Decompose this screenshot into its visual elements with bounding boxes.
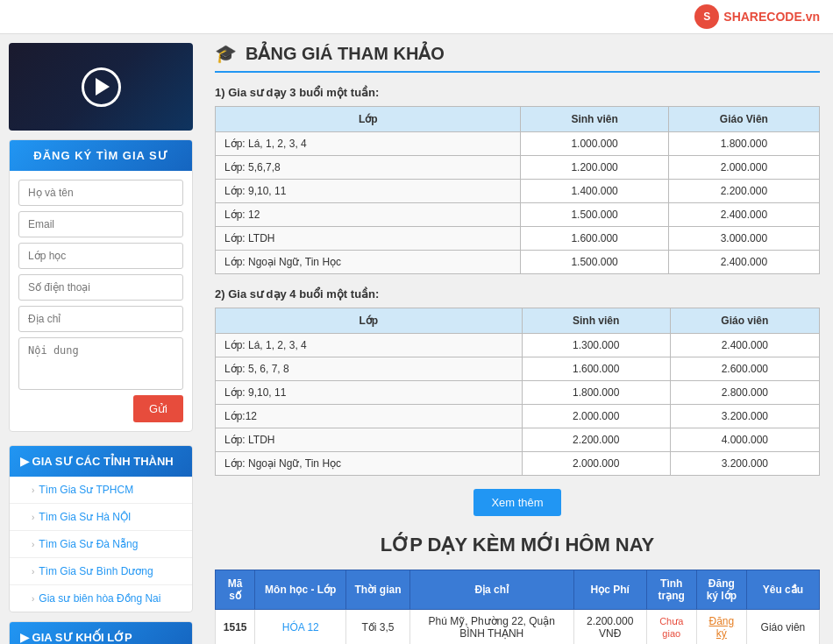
logo-icon: S [694, 4, 719, 29]
th-yeucau: Yêu cầu [746, 570, 819, 610]
table2-label: 2) Gia sư dạy 4 buổi một tuần: [215, 287, 820, 301]
lop-hoc-input[interactable] [18, 243, 183, 269]
hoc-phi-cell: 2.200.000 VNĐ [573, 610, 646, 645]
play-button[interactable] [82, 67, 121, 107]
th-diachi: Địa chỉ [409, 570, 573, 610]
th-tinhtrang: Tình trạng [646, 570, 696, 610]
table-row: Lớp:12 [216, 405, 523, 428]
khoi-lop-nav: ▶ GIA SƯ KHỐI LỚP › Tìm Gia Sư Dạy Lớp L… [9, 621, 193, 644]
sidebar-item-danang[interactable]: › Tìm Gia Sư Đà Nẵng [10, 531, 192, 558]
col-giaovien-1: Giáo Viên [668, 107, 819, 132]
submit-button[interactable]: Gửi [133, 395, 183, 422]
table-row: 1.800.000 [668, 132, 819, 156]
table-row: Lớp: 12 [216, 203, 521, 227]
lop-day-table: Mã số Môn học - Lớp Thời gian Địa chỉ Họ… [215, 570, 820, 644]
th-ma: Mã số [216, 570, 255, 610]
table-row: Lớp: LTDH [216, 227, 521, 251]
list-item: 1515HÓA 12Tối 3,5Phú Mỹ, Phường 22, Quận… [216, 610, 820, 645]
register-section: ĐĂNG KÝ TÌM GIA SƯ Gửi [9, 139, 193, 432]
table-row: 2.400.000 [670, 334, 819, 357]
arrow-icon: › [32, 594, 34, 604]
table-row: 2.200.000 [522, 428, 670, 452]
xem-them-button[interactable]: Xem thêm [473, 489, 560, 516]
table-row: 1.200.000 [521, 156, 668, 180]
sidebar-item-binhduong[interactable]: › Tìm Gia Sư Bình Dương [10, 558, 192, 585]
dia-chi-input[interactable] [18, 306, 183, 332]
tinh-trang-cell: Chưa giao [646, 610, 696, 645]
arrow-icon: › [32, 485, 34, 495]
table-row: 3.200.000 [670, 452, 819, 476]
sidebar-item-hanoi[interactable]: › Tìm Gia Sư Hà NỘI [10, 504, 192, 531]
table-row: Lớp: 5, 6, 7, 8 [216, 357, 523, 381]
play-icon [96, 78, 110, 96]
table-row: 2.400.000 [668, 203, 819, 227]
yeu-cau-cell: Giáo viên [746, 610, 819, 645]
ho-ten-input[interactable] [18, 180, 183, 206]
price-table-1: Lớp Sinh viên Giáo Viên Lớp: Lá, 1, 2, 3… [215, 106, 820, 274]
price-table-2: Lớp Sinh viên Giáo viên Lớp: Lá, 1, 2, 3… [215, 308, 820, 476]
table-row: 1.000.000 [521, 132, 668, 156]
table-row: 3.000.000 [668, 227, 819, 251]
col-giaovien-2: Giáo viên [670, 308, 819, 334]
table-row: Lớp: Lá, 1, 2, 3, 4 [216, 132, 521, 156]
table-row: Lớp: Ngoại Ngữ, Tin Học [216, 251, 521, 274]
thoi-gian-cell: Tối 3,5 [346, 610, 410, 645]
sidebar-item-dongnai[interactable]: › Gia sư biên hòa Đồng Nai [10, 585, 192, 612]
logo: S SHARECODE.vn [694, 4, 820, 29]
arrow-icon: › [32, 567, 34, 577]
arrow-icon: › [32, 540, 34, 549]
noi-dung-input[interactable] [18, 337, 183, 390]
dang-ky-cell[interactable]: Đăng ký [696, 610, 746, 645]
ma-so-cell: 1515 [216, 610, 255, 645]
table-row: Lớp: Lá, 1, 2, 3, 4 [216, 334, 523, 357]
tinh-thanh-nav: ▶ GIA SƯ CÁC TỈNH THÀNH › Tìm Gia Sư TPH… [9, 445, 193, 612]
table-row: Lớp: 9,10, 11 [216, 381, 523, 405]
arrow-icon: › [32, 513, 34, 522]
register-title: ĐĂNG KÝ TÌM GIA SƯ [10, 140, 192, 171]
dia-chi-cell: Phú Mỹ, Phường 22, Quận BÌNH THẠNH [409, 610, 573, 645]
mon-hoc-cell[interactable]: HÓA 12 [255, 610, 346, 645]
tinh-thanh-title: ▶ GIA SƯ CÁC TỈNH THÀNH [10, 446, 192, 477]
table-row: Lớp: Ngoại Ngữ, Tin Học [216, 452, 523, 476]
sidebar-item-tphcm[interactable]: › Tìm Gia Sư TPHCM [10, 477, 192, 504]
th-thoigian: Thời gian [346, 570, 410, 610]
table-row: 1.500.000 [521, 251, 668, 274]
email-input[interactable] [18, 211, 183, 237]
table-row: 2.600.000 [670, 357, 819, 381]
table-row: 1.600.000 [522, 357, 670, 381]
section-title: BẢNG GIÁ THAM KHẢO [246, 43, 445, 64]
table-row: 2.000.000 [522, 452, 670, 476]
register-form: Gửi [10, 171, 192, 431]
table-row: 1.800.000 [522, 381, 670, 405]
table1-label: 1) Gia sư dạy 3 buổi một tuần: [215, 86, 820, 99]
table-row: 1.500.000 [521, 203, 668, 227]
sidebar: ĐĂNG KÝ TÌM GIA SƯ Gửi ▶ GIA SƯ CÁC TỈNH… [0, 34, 202, 644]
col-sinhvien-1: Sinh viên [521, 107, 668, 132]
table-row: 1.300.000 [522, 334, 670, 357]
table-row: Lớp: 5,6,7,8 [216, 156, 521, 180]
lop-day-title: LỚP DẠY KÈM MỚI HÔM NAY [215, 534, 820, 556]
table-row: 1.600.000 [521, 227, 668, 251]
table-row: 2.200.000 [668, 180, 819, 203]
khoi-lop-title: ▶ GIA SƯ KHỐI LỚP [10, 622, 192, 644]
top-header: S SHARECODE.vn [0, 0, 833, 34]
table-row: Lớp: 9,10, 11 [216, 180, 521, 203]
table-row: 2.400.000 [668, 251, 819, 274]
main-content: 🎓 BẢNG GIÁ THAM KHẢO 1) Gia sư dạy 3 buổ… [202, 34, 833, 644]
th-dangky: Đăng ký lớp [696, 570, 746, 610]
table-row: 2.800.000 [670, 381, 819, 405]
logo-text: SHARECODE.vn [723, 10, 820, 24]
table-row: 1.400.000 [521, 180, 668, 203]
th-hocphi: Học Phí [573, 570, 646, 610]
col-lop-2: Lớp [216, 308, 523, 334]
video-thumbnail[interactable] [9, 43, 193, 131]
table-row: 2.000.000 [668, 156, 819, 180]
section-header: 🎓 BẢNG GIÁ THAM KHẢO [215, 43, 820, 73]
table-row: Lớp: LTDH [216, 428, 523, 452]
graduation-icon: 🎓 [215, 43, 237, 64]
so-dien-thoai-input[interactable] [18, 274, 183, 301]
table-row: 4.000.000 [670, 428, 819, 452]
col-sinhvien-2: Sinh viên [522, 308, 670, 334]
col-lop-1: Lớp [216, 107, 521, 132]
table-row: 3.200.000 [670, 405, 819, 428]
